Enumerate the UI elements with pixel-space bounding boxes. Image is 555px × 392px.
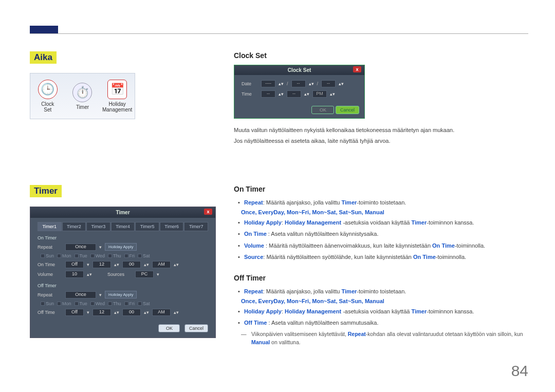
repeat-label: Repeat [38,245,62,250]
offtimer-heading: Off Timer [234,274,529,282]
dropdown-icon[interactable]: ▾ [87,262,89,267]
stepper-icon[interactable]: ▴▾ [330,91,335,97]
checkbox-icon[interactable] [90,302,95,306]
checkbox-icon[interactable] [108,254,112,258]
checkbox-icon[interactable] [90,254,95,258]
day-mon[interactable]: Mon [57,301,71,306]
dropdown-icon[interactable]: ▾ [99,245,102,250]
list-item: Off Time : Aseta valitun näyttölaitteen … [237,319,529,328]
tab-timer2[interactable]: Timer2 [62,222,86,231]
list-item: Volume : Määritä näyttölaitteen äänenvoi… [237,241,529,251]
aika-panel: 🕒 ClockSet ⏱️ Timer 📅 HolidayManagement [30,73,135,119]
page-number: 84 [511,362,528,380]
time-ampm[interactable]: PM [312,90,327,98]
close-icon[interactable]: x [353,66,361,72]
day-mon[interactable]: Mon [57,253,71,258]
ontime-min[interactable]: 00 [122,261,141,268]
clockset-heading: Clock Set [234,51,529,60]
tab-timer7[interactable]: Timer7 [184,222,208,231]
timer-dialog-title: Timer x [30,207,215,218]
stepper-icon[interactable]: ▴▾ [174,310,179,315]
ok-button[interactable]: OK [311,106,334,114]
time-field[interactable]: -- [287,90,301,98]
ontimer-options: Once, EveryDay, Mon~Fri, Mon~Sat, Sat~Su… [234,209,529,215]
ontime-state[interactable]: Off [65,261,84,268]
aika-clock-set[interactable]: 🕒 ClockSet [32,80,64,113]
stepper-icon[interactable]: ▴▾ [144,262,149,267]
date-field[interactable]: -- [291,80,306,87]
timer-tabs: Timer1 Timer2 Timer3 Timer4 Timer5 Timer… [38,222,208,231]
holiday-apply-button[interactable]: Holiday Apply [105,243,137,251]
day-wed[interactable]: Wed [90,253,105,258]
checkbox-icon[interactable] [75,254,79,258]
cancel-button[interactable]: Cancel [184,324,208,332]
stepper-icon[interactable]: ▴▾ [339,81,344,86]
stepper-icon[interactable]: ▴▾ [279,81,284,86]
repeat-select[interactable]: Once [65,291,96,298]
aika-holiday[interactable]: 📅 HolidayManagement [101,80,133,113]
day-wed[interactable]: Wed [90,301,105,306]
checkbox-icon[interactable] [57,302,61,306]
day-sat[interactable]: Sat [138,253,150,258]
day-sat[interactable]: Sat [138,301,150,306]
clockset-dialog-title: Clock Set x [234,65,364,75]
timer-label: Timer [30,185,62,197]
day-tue[interactable]: Tue [75,301,87,306]
day-tue[interactable]: Tue [75,253,87,258]
tab-timer1[interactable]: Timer1 [38,222,62,231]
stepper-icon[interactable]: ▴▾ [279,91,284,97]
offtimer-options: Once, EveryDay, Mon~Fri, Mon~Sat, Sat~Su… [234,298,529,304]
dropdown-icon[interactable]: ▾ [157,272,159,277]
day-fri[interactable]: Fri [124,253,135,258]
checkbox-icon[interactable] [108,302,112,306]
aika-timer[interactable]: ⏱️ Timer [66,83,98,110]
day-thu[interactable]: Thu [108,301,121,306]
day-sun[interactable]: Sun [41,253,54,258]
checkbox-icon[interactable] [41,254,45,258]
stepper-icon[interactable]: ▴▾ [114,310,119,315]
offtime-state[interactable]: Off [65,309,84,316]
aika-item-label: ClockSet [32,101,64,113]
checkbox-icon[interactable] [75,302,79,306]
checkbox-icon[interactable] [41,302,45,306]
ok-button[interactable]: OK [158,324,180,332]
checkbox-icon[interactable] [57,254,61,258]
stepper-icon[interactable]: ▴▾ [144,310,149,315]
aika-item-label: Timer [66,104,98,110]
top-divider [30,33,528,34]
tab-timer5[interactable]: Timer5 [135,222,159,231]
stepper-icon[interactable]: ▴▾ [87,272,92,277]
close-icon[interactable]: x [204,209,212,215]
clock-icon: 🕒 [38,80,58,99]
cancel-button[interactable]: Cancel [336,106,359,114]
stepper-icon[interactable]: ▴▾ [309,81,314,86]
stepper-icon[interactable]: ▴▾ [174,262,179,267]
sources-value[interactable]: PC [135,271,154,278]
volume-value[interactable]: 10 [65,271,84,278]
offtime-min[interactable]: 00 [122,309,141,316]
checkbox-icon[interactable] [138,254,142,258]
time-field[interactable]: -- [261,90,275,98]
tab-timer6[interactable]: Timer6 [160,222,184,231]
stepper-icon[interactable]: ▴▾ [304,91,309,97]
tab-timer4[interactable]: Timer4 [111,222,135,231]
offtime-hour[interactable]: 12 [92,309,111,316]
repeat-select[interactable]: Once [65,244,96,251]
date-field[interactable]: ---- [261,80,275,87]
ontime-ampm[interactable]: AM [152,261,171,268]
day-fri[interactable]: Fri [124,301,135,306]
dropdown-icon[interactable]: ▾ [99,292,102,297]
ontime-hour[interactable]: 12 [92,261,111,268]
checkbox-icon[interactable] [124,302,128,306]
offtime-ampm[interactable]: AM [152,309,171,316]
off-timer-section-title: Off Timer [38,283,208,288]
day-sun[interactable]: Sun [41,301,54,306]
tab-timer3[interactable]: Timer3 [86,222,110,231]
day-thu[interactable]: Thu [108,253,121,258]
holiday-apply-button[interactable]: Holiday Apply [105,291,137,298]
checkbox-icon[interactable] [124,254,128,258]
stepper-icon[interactable]: ▴▾ [114,262,119,267]
checkbox-icon[interactable] [138,302,142,306]
date-field[interactable]: -- [321,80,336,87]
dropdown-icon[interactable]: ▾ [87,310,89,315]
